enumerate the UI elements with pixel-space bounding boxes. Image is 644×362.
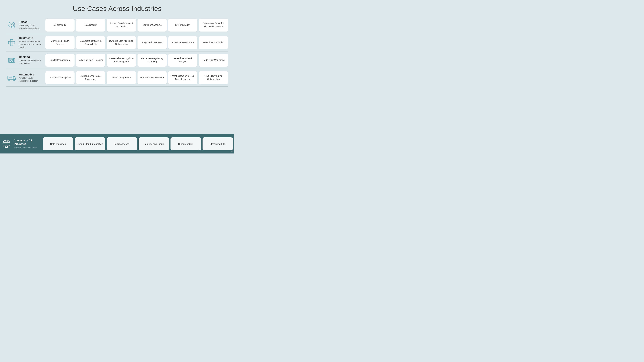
use-case-card-banking-1: Early-On Fraud Detection <box>76 54 105 67</box>
svg-rect-13 <box>11 77 12 78</box>
common-text: Common in All Industries Infrastructure … <box>14 139 40 149</box>
use-case-card-banking-4: Real-Time What-If Analysis <box>168 54 198 67</box>
common-title: Common in All Industries <box>14 139 40 146</box>
page: Use Cases Across Industries TelecoDrive … <box>0 0 234 132</box>
use-case-card-automotive-0: Advanced Navigation <box>46 71 74 84</box>
use-cases-list-banking: Capital ManagementEarly-On Fraud Detecti… <box>46 54 228 67</box>
industry-desc-teleco: Drive analytics & streamline operations <box>19 24 44 30</box>
bottom-cards: Data PipelinesHybrid Cloud IntegrationMi… <box>43 137 233 150</box>
use-case-card-healthcare-3: Integrated Treatment <box>138 36 167 49</box>
svg-point-10 <box>8 79 10 81</box>
common-card-4: Customer 360 <box>170 137 201 150</box>
use-case-card-banking-5: Trade Flow Monitoring <box>199 54 228 67</box>
use-case-card-automotive-3: Predictive Maintenance <box>138 71 167 84</box>
industry-text-automotive: AutomotiveAmplify vehicle intelligence &… <box>19 73 44 82</box>
svg-point-0 <box>9 24 12 27</box>
common-label: Common in All Industries Infrastructure … <box>2 139 40 149</box>
industry-label-automotive: AutomotiveAmplify vehicle intelligence &… <box>6 72 44 83</box>
industry-name-automotive: Automotive <box>19 73 44 76</box>
svg-point-2 <box>8 21 10 22</box>
page-number: 28 <box>230 150 232 153</box>
use-case-card-healthcare-0: Connected Health Records <box>46 36 74 49</box>
industry-row-automotive: AutomotiveAmplify vehicle intelligence &… <box>6 69 228 86</box>
industry-name-healthcare: Healthcare <box>19 36 44 40</box>
use-cases-list-healthcare: Connected Health RecordsData Confidentia… <box>46 36 228 49</box>
bank-icon <box>6 55 17 65</box>
globe-icon <box>2 139 11 149</box>
common-card-1: Hybrid Cloud Integration <box>75 137 105 150</box>
use-cases-list-automotive: Advanced NavigationEnvironmental Factor … <box>46 71 228 84</box>
common-subtitle: Infrastructure Use Cases <box>14 146 40 149</box>
common-card-2: Microservices <box>107 137 137 150</box>
svg-line-1 <box>9 22 10 24</box>
use-case-card-healthcare-5: Real-Time Monitoring <box>199 36 228 49</box>
industry-name-banking: Banking <box>19 55 44 59</box>
industry-label-healthcare: HealthcareProvide patients better choice… <box>6 36 44 49</box>
industry-label-banking: BankingCombat fraud & remain competitive <box>6 55 44 65</box>
industry-name-teleco: Teleco <box>19 20 44 24</box>
use-case-card-healthcare-2: Dynamic Staff Allocation Optimization <box>107 36 136 49</box>
use-case-card-banking-3: Preventive Regulatory Scanning <box>138 54 167 67</box>
cross-icon <box>6 37 17 48</box>
bottom-bar: Common in All Industries Infrastructure … <box>0 134 234 153</box>
industry-text-banking: BankingCombat fraud & remain competitive <box>19 55 44 65</box>
industry-row-teleco: TelecoDrive analytics & streamline opera… <box>6 16 228 34</box>
use-case-card-banking-0: Capital Management <box>46 54 74 67</box>
industry-label-teleco: TelecoDrive analytics & streamline opera… <box>6 20 44 30</box>
use-cases-list-teleco: 5G NetworksData SecurityProduct Developm… <box>46 19 228 31</box>
industry-row-banking: BankingCombat fraud & remain competitive… <box>6 51 228 69</box>
industry-text-teleco: TelecoDrive analytics & streamline opera… <box>19 20 44 30</box>
use-case-card-automotive-4: Threat Detection & Real-Time Response <box>168 71 198 84</box>
common-card-5: Streaming ETL <box>202 137 233 150</box>
svg-rect-5 <box>8 58 15 62</box>
use-case-card-teleco-1: Data Security <box>76 19 105 31</box>
svg-point-6 <box>10 59 13 61</box>
use-case-card-teleco-2: Product Development & Introduction <box>107 19 136 31</box>
common-card-3: Security and Fraud <box>138 137 169 150</box>
use-case-card-teleco-0: 5G Networks <box>46 19 74 31</box>
use-case-card-automotive-1: Environmental Factor Processing <box>76 71 105 84</box>
svg-rect-12 <box>9 77 11 78</box>
use-case-card-teleco-5: Systems of Scale for High Traffic Period… <box>199 19 228 31</box>
industry-desc-healthcare: Provide patients better choices & doctor… <box>19 40 44 49</box>
industry-text-healthcare: HealthcareProvide patients better choice… <box>19 36 44 49</box>
use-case-card-teleco-4: IOT Integration <box>168 19 198 31</box>
industry-row-healthcare: HealthcareProvide patients better choice… <box>6 34 228 51</box>
use-case-card-healthcare-1: Data Confidentiality & Accessibility <box>76 36 105 49</box>
svg-rect-4 <box>8 41 15 44</box>
use-case-card-automotive-2: Fleet Management <box>107 71 136 84</box>
industries-grid: TelecoDrive analytics & streamline opera… <box>6 16 228 132</box>
svg-point-11 <box>13 79 15 81</box>
use-case-card-teleco-3: Sentiment Analysis <box>138 19 167 31</box>
bottom-bar-wrapper: Common in All Industries Infrastructure … <box>0 134 234 153</box>
satellite-icon <box>6 20 17 30</box>
use-case-card-healthcare-4: Proactive Patient Care <box>168 36 198 49</box>
svg-rect-3 <box>10 39 13 46</box>
use-case-card-automotive-5: Traffic Distribution Optimization <box>199 71 228 84</box>
use-case-card-banking-2: Market Risk Recognition & Investigation <box>107 54 136 67</box>
truck-icon <box>6 72 17 83</box>
industry-desc-automotive: Amplify vehicle intelligence & safety <box>19 77 44 82</box>
common-card-0: Data Pipelines <box>43 137 73 150</box>
industry-desc-banking: Combat fraud & remain competitive <box>19 59 44 65</box>
page-title: Use Cases Across Industries <box>6 5 228 12</box>
